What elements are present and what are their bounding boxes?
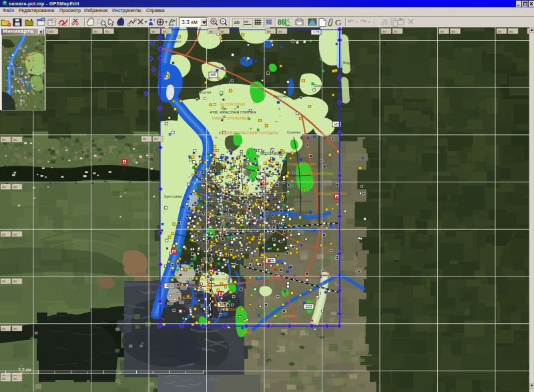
svg-text:Светлый Яр: Светлый Яр bbox=[374, 49, 394, 53]
svg-text:Ы СОКОЛЬИ: Ы СОКОЛЬИ bbox=[220, 102, 245, 106]
svg-text:КУЙБЫШЕВ: КУЙБЫШЕВ bbox=[220, 307, 243, 311]
svg-text:im: im bbox=[152, 29, 155, 33]
svg-text:Виловатое: Виловатое bbox=[254, 77, 272, 81]
svg-text:ЗУБЧАНИНОВКА: ЗУБЧАНИНОВКА bbox=[302, 172, 334, 176]
svg-text:im: im bbox=[13, 327, 17, 331]
svg-text:im: im bbox=[13, 377, 17, 381]
svg-text:im: im bbox=[13, 185, 17, 189]
svg-text:КРЯЖ: КРЯЖ bbox=[240, 331, 252, 335]
svg-text:М5: М5 bbox=[210, 73, 216, 77]
svg-text:178: 178 bbox=[312, 30, 320, 34]
svg-text:im: im bbox=[94, 29, 97, 33]
svg-text:АТФ. КРАСНАЯ ГЛИНКА: АТФ. КРАСНАЯ ГЛИНКА bbox=[210, 110, 257, 114]
svg-text:ab: ab bbox=[234, 19, 240, 25]
svg-text:im: im bbox=[267, 29, 270, 33]
svg-text:im: im bbox=[441, 29, 444, 33]
svg-text:Курумоч: Курумоч bbox=[167, 39, 181, 43]
svg-text:im: im bbox=[2, 185, 5, 189]
svg-text:86: 86 bbox=[278, 19, 286, 26]
svg-text:im: im bbox=[2, 327, 5, 331]
svg-text:im: im bbox=[452, 29, 455, 33]
svg-text:im: im bbox=[49, 29, 53, 33]
svg-text:223: 223 bbox=[305, 305, 312, 309]
svg-text:im: im bbox=[154, 137, 158, 141]
svg-text:Озерки: Озерки bbox=[314, 83, 326, 87]
svg-text:im: im bbox=[2, 138, 5, 142]
svg-text:Крестовая: Крестовая bbox=[164, 194, 182, 198]
svg-text:км: км bbox=[244, 19, 248, 23]
svg-text:im: im bbox=[163, 29, 166, 33]
svg-text:im: im bbox=[2, 232, 5, 236]
svg-text:G: G bbox=[335, 17, 341, 27]
svg-text:Пилот: Пилот bbox=[200, 77, 211, 81]
svg-text:3.3 км: 3.3 км bbox=[18, 367, 31, 372]
svg-text:im: im bbox=[498, 29, 501, 33]
svg-text:Водный: Водный bbox=[343, 61, 356, 65]
svg-text:im: im bbox=[2, 377, 5, 381]
svg-text:im: im bbox=[210, 29, 213, 33]
svg-text:im: im bbox=[13, 138, 17, 142]
svg-text:im: im bbox=[382, 29, 386, 33]
svg-text:im: im bbox=[13, 279, 17, 283]
svg-text:ОВРАГ УГОЛЬНЫЙ: ОВРАГ УГОЛЬНЫЙ bbox=[212, 116, 250, 120]
svg-text:Белозерки: Белозерки bbox=[274, 94, 292, 98]
svg-text:im: im bbox=[394, 29, 397, 33]
svg-text:ОСИНКИ: ОСИНКИ bbox=[175, 296, 192, 300]
svg-text:ЯСНАЯ ПОЛЯНА: ЯСНАЯ ПОЛЯНА bbox=[200, 277, 233, 281]
svg-text:im: im bbox=[105, 29, 109, 33]
svg-text:im: im bbox=[13, 232, 17, 236]
svg-text:УПРАВЛЕНЧЕСКИЙ ГОРОДОК: УПРАВЛЕНЧЕСКИЙ ГОРОДОК bbox=[219, 130, 278, 135]
svg-text:МЕХЗАВОД ГАИ: МЕХЗАВОД ГАИ bbox=[260, 152, 291, 156]
svg-text:Царевщина: Царевщина bbox=[191, 90, 212, 94]
svg-text:im: im bbox=[2, 279, 5, 283]
svg-text:Сокол: Сокол bbox=[299, 70, 310, 74]
svg-text:Козелки: Козелки bbox=[287, 130, 300, 134]
svg-text:im: im bbox=[143, 137, 146, 141]
svg-text:Власть Труда: Власть Труда bbox=[227, 58, 250, 62]
svg-text:im: im bbox=[221, 29, 224, 33]
svg-text:im: im bbox=[278, 29, 282, 33]
svg-text:ЛИПЯГИ: ЛИПЯГИ bbox=[280, 315, 296, 319]
svg-text:РУБЕЖНОЕ ЯР: РУБЕЖНОЕ ЯР bbox=[287, 162, 316, 166]
svg-text:М5: М5 bbox=[334, 122, 340, 126]
svg-text:im: im bbox=[509, 29, 513, 33]
